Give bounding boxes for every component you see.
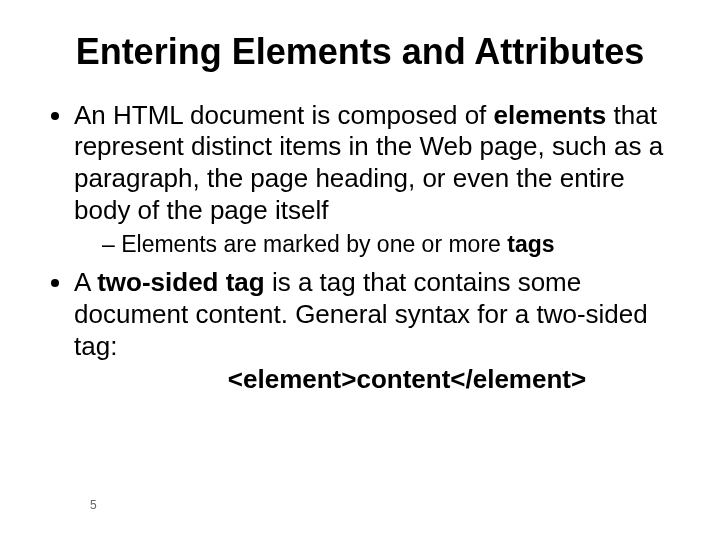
sub-bullet-1-bold: tags bbox=[507, 231, 554, 257]
slide: Entering Elements and Attributes An HTML… bbox=[0, 0, 720, 540]
bullet-2: A two-sided tag is a tag that contains s… bbox=[74, 267, 680, 396]
bullet-2-text-a: A bbox=[74, 267, 97, 297]
bullet-1-bold: elements bbox=[494, 100, 607, 130]
page-number: 5 bbox=[90, 498, 97, 512]
bullet-1: An HTML document is composed of elements… bbox=[74, 100, 680, 260]
slide-title: Entering Elements and Attributes bbox=[40, 32, 680, 72]
sub-bullet-1-text-a: Elements are marked by one or more bbox=[121, 231, 507, 257]
bullet-list: An HTML document is composed of elements… bbox=[40, 100, 680, 397]
sub-bullet-1: Elements are marked by one or more tags bbox=[102, 230, 680, 259]
sub-list-1: Elements are marked by one or more tags bbox=[74, 230, 680, 259]
bullet-2-bold: two-sided tag bbox=[97, 267, 265, 297]
syntax-line: <element>content</element> bbox=[134, 364, 680, 396]
bullet-1-text-a: An HTML document is composed of bbox=[74, 100, 494, 130]
